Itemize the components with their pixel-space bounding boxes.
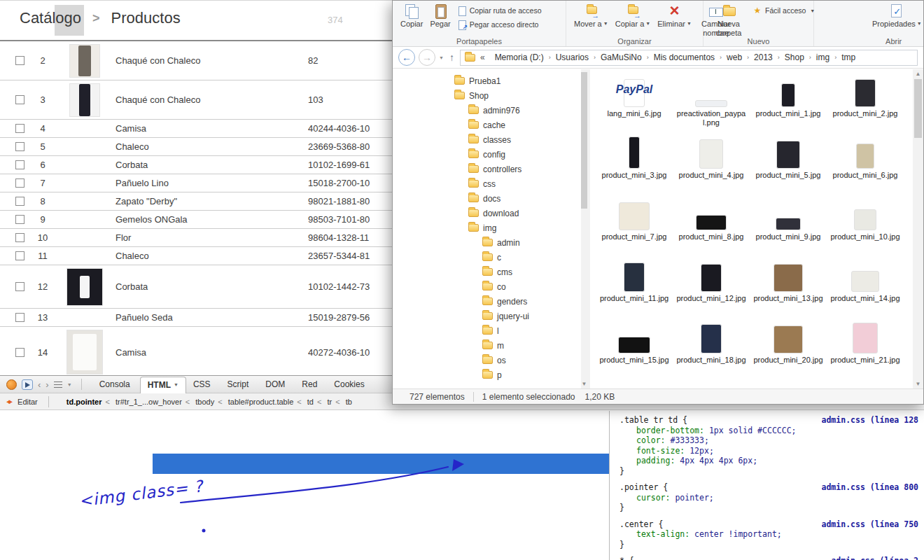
product-id[interactable]: 3: [30, 94, 55, 105]
tree-item[interactable]: p: [393, 368, 592, 382]
product-reference[interactable]: 103: [308, 94, 392, 105]
delete-button[interactable]: × Eliminar▼: [654, 2, 695, 29]
firebug-tab[interactable]: DOM: [258, 377, 295, 393]
file-item[interactable]: product_mini_6.jpg: [827, 132, 904, 194]
tree-item[interactable]: download: [393, 206, 592, 220]
tree-item[interactable]: admin: [393, 235, 592, 250]
row-checkbox[interactable]: [15, 233, 24, 242]
dom-path-segment[interactable]: < tr#tr_1_...ow_hover: [102, 398, 182, 406]
firebug-tab[interactable]: HTML ▼: [140, 377, 186, 393]
chevron-down-icon[interactable]: ▼: [67, 382, 72, 387]
product-thumbnail[interactable]: [69, 44, 100, 78]
row-checkbox[interactable]: [15, 282, 24, 291]
product-reference[interactable]: 98604-1328-11: [308, 232, 392, 243]
product-reference[interactable]: 10102-1442-73: [308, 281, 392, 292]
file-item[interactable]: product_mini_12.jpg: [673, 255, 750, 317]
file-item[interactable]: [673, 379, 750, 388]
product-id[interactable]: 11: [30, 251, 55, 261]
address-bar[interactable]: « Memoria (D:) › Usuarios › GaM: [460, 50, 918, 66]
file-item[interactable]: PayPal lang_mini_6.jpg: [596, 71, 673, 132]
code-line[interactable]: [153, 413, 609, 424]
file-item[interactable]: [596, 379, 673, 388]
breadcrumb-overflow[interactable]: «: [480, 52, 485, 62]
breadcrumb-catalog[interactable]: Catálogo: [20, 9, 81, 27]
dom-path-segment[interactable]: < td: [293, 398, 314, 406]
product-id[interactable]: 13: [30, 312, 55, 323]
copy-button[interactable]: Copiar: [397, 2, 426, 29]
css-source-link[interactable]: admin.css (línea 2: [831, 556, 918, 560]
file-item[interactable]: product_mini_2.jpg: [827, 71, 904, 132]
table-row[interactable]: 13 Pañuelo Seda 15019-2879-56: [0, 309, 392, 327]
product-reference[interactable]: 40272-4036-10: [308, 347, 392, 358]
product-id[interactable]: 6: [30, 160, 55, 170]
css-property[interactable]: font-size: 12px;: [620, 446, 918, 456]
table-row[interactable]: 5 Chaleco 23669-5368-80: [0, 138, 392, 156]
product-thumbnail[interactable]: [66, 330, 103, 374]
product-reference[interactable]: 23657-5344-81: [308, 251, 392, 261]
css-selector[interactable]: .table tr td {: [620, 415, 687, 426]
product-reference[interactable]: 40244-4036-10: [308, 123, 392, 134]
table-row[interactable]: 2 Chaqué con Chaleco 82: [0, 41, 392, 80]
css-selector[interactable]: .pointer {: [620, 482, 668, 493]
tree-item[interactable]: img: [393, 220, 592, 235]
row-checkbox[interactable]: [15, 124, 24, 133]
code-line[interactable]: [153, 555, 609, 560]
firebug-tab[interactable]: Consola: [92, 377, 140, 393]
product-name[interactable]: Camisa: [114, 123, 308, 134]
html-source-view[interactable]: [0, 411, 609, 560]
tree-item[interactable]: Shop: [393, 88, 592, 103]
product-id[interactable]: 2: [30, 55, 55, 66]
firebug-tab[interactable]: Script: [220, 377, 259, 393]
product-name[interactable]: Corbata: [114, 281, 308, 292]
file-item[interactable]: product_mini_20.jpg: [750, 317, 827, 379]
code-line[interactable]: [153, 494, 609, 505]
table-row[interactable]: 9 Gemelos ONGala 98503-7101-80: [0, 211, 392, 229]
tree-item[interactable]: c: [393, 250, 592, 265]
code-line[interactable]: [153, 514, 609, 525]
row-checkbox[interactable]: [15, 251, 24, 260]
tree-item[interactable]: css: [393, 176, 592, 191]
product-id[interactable]: 9: [30, 214, 55, 225]
table-row[interactable]: 4 Camisa 40244-4036-10: [0, 120, 392, 138]
code-line[interactable]: [153, 424, 609, 434]
menu-icon[interactable]: [54, 382, 62, 388]
row-checkbox[interactable]: [15, 313, 24, 322]
paste-shortcut-button[interactable]: Pegar acceso directo: [457, 20, 542, 29]
tree-item[interactable]: cache: [393, 118, 592, 132]
file-item[interactable]: product_mini_14.jpg: [827, 255, 904, 317]
code-line[interactable]: [153, 474, 609, 484]
breadcrumb-segment[interactable]: › tmp: [834, 52, 855, 62]
code-line[interactable]: [153, 484, 609, 495]
dom-path-segment[interactable]: < table#product.table: [214, 398, 293, 406]
product-reference[interactable]: 23669-5368-80: [308, 141, 392, 152]
product-reference[interactable]: 98503-7101-80: [308, 214, 392, 225]
product-name[interactable]: Pañuelo Lino: [114, 178, 308, 188]
product-name[interactable]: Zapato "Derby": [114, 196, 308, 206]
tree-item[interactable]: genders: [393, 294, 592, 309]
product-thumbnail[interactable]: [69, 83, 100, 117]
file-item[interactable]: product_mini_5.jpg: [750, 132, 827, 194]
file-item[interactable]: product_mini_7.jpg: [596, 194, 673, 255]
file-item[interactable]: product_mini_18.jpg: [673, 317, 750, 379]
product-name[interactable]: Pañuelo Seda: [114, 312, 308, 323]
product-reference[interactable]: 15019-2879-56: [308, 312, 392, 323]
tree-item[interactable]: Prueba1: [393, 74, 592, 88]
product-reference[interactable]: 98021-1881-80: [308, 196, 392, 206]
code-line[interactable]: [153, 535, 609, 545]
css-source-link[interactable]: admin.css (línea 750: [822, 519, 918, 530]
product-reference[interactable]: 10102-1699-61: [308, 160, 392, 170]
tree-item[interactable]: m: [393, 338, 592, 353]
product-name[interactable]: Chaqué con Chaleco: [114, 55, 308, 66]
css-source-link[interactable]: admin.css (línea 128: [822, 415, 918, 426]
file-item[interactable]: preactivation_paypal.png: [673, 71, 750, 132]
product-name[interactable]: Camisa: [114, 347, 308, 358]
row-checkbox[interactable]: [15, 95, 24, 104]
tree-item[interactable]: docs: [393, 191, 592, 206]
code-line[interactable]: [153, 525, 609, 536]
table-row[interactable]: 14 Camisa 40272-4036-10: [0, 327, 392, 376]
file-item[interactable]: product_mini_21.jpg: [827, 317, 904, 379]
firebug-icon[interactable]: [6, 379, 17, 390]
copy-to-button[interactable]: → Copiar a▼: [612, 2, 654, 29]
css-selector[interactable]: .center {: [620, 519, 663, 530]
dom-path-segment[interactable]: td.pointer: [59, 398, 102, 406]
